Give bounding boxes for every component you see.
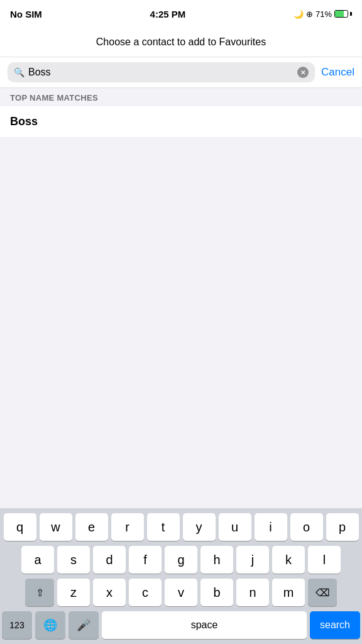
key-n[interactable]: n	[236, 579, 269, 606]
globe-key[interactable]: 🌐	[35, 611, 65, 639]
cancel-button[interactable]: Cancel	[321, 66, 354, 79]
key-r[interactable]: r	[111, 513, 144, 541]
key-w[interactable]: w	[40, 513, 72, 541]
search-input[interactable]	[28, 67, 293, 78]
key-v[interactable]: v	[165, 579, 197, 606]
status-bar: No SIM 4:25 PM 🌙 ⊕ 71%	[0, 0, 362, 28]
results-list: Boss	[0, 106, 362, 138]
wifi-icon: ⊕	[306, 9, 313, 19]
search-icon: 🔍	[14, 67, 25, 77]
carrier-label: No SIM	[10, 9, 42, 19]
key-a[interactable]: a	[21, 546, 54, 574]
keyboard-row-1: q w e r t y u i o p	[2, 513, 360, 541]
key-l[interactable]: l	[308, 546, 341, 574]
keyboard-bottom-row: 123 🌐 🎤 space search	[2, 611, 360, 639]
section-header: TOP NAME MATCHES	[0, 88, 362, 106]
key-x[interactable]: x	[93, 579, 126, 606]
clear-button[interactable]	[297, 67, 309, 78]
key-d[interactable]: d	[93, 546, 126, 574]
key-m[interactable]: m	[272, 579, 305, 606]
numbers-key[interactable]: 123	[2, 611, 32, 639]
contact-result-boss[interactable]: Boss	[0, 106, 362, 138]
key-t[interactable]: t	[147, 513, 180, 541]
time-label: 4:25 PM	[150, 9, 186, 19]
mic-key[interactable]: 🎤	[69, 611, 99, 639]
shift-key[interactable]: ⇧	[25, 579, 54, 606]
search-input-wrapper[interactable]: 🔍	[8, 62, 315, 82]
key-e[interactable]: e	[75, 513, 108, 541]
key-p[interactable]: p	[326, 513, 359, 541]
key-s[interactable]: s	[57, 546, 90, 574]
status-right: 🌙 ⊕ 71%	[293, 9, 352, 19]
keyboard-row-2: a s d f g h j k l	[2, 546, 360, 574]
key-u[interactable]: u	[219, 513, 251, 541]
dialog-title: Choose a contact to add to Favourites	[0, 28, 362, 57]
battery-icon	[334, 10, 352, 18]
key-b[interactable]: b	[200, 579, 233, 606]
keyboard-row-3: ⇧ z x c v b n m ⌫	[2, 579, 360, 606]
key-i[interactable]: i	[255, 513, 287, 541]
keyboard: q w e r t y u i o p a s d f g h j k l ⇧ …	[0, 508, 362, 644]
key-z[interactable]: z	[57, 579, 90, 606]
key-h[interactable]: h	[200, 546, 233, 574]
key-q[interactable]: q	[4, 513, 36, 541]
battery-percent: 71%	[315, 9, 332, 19]
search-key[interactable]: search	[310, 611, 360, 639]
space-key[interactable]: space	[102, 611, 307, 639]
key-c[interactable]: c	[129, 579, 162, 606]
key-f[interactable]: f	[129, 546, 162, 574]
key-j[interactable]: j	[236, 546, 269, 574]
moon-icon: 🌙	[293, 9, 304, 19]
search-bar-row: 🔍 Cancel	[0, 57, 362, 88]
key-o[interactable]: o	[290, 513, 323, 541]
key-k[interactable]: k	[272, 546, 305, 574]
key-g[interactable]: g	[165, 546, 197, 574]
empty-area	[0, 138, 362, 301]
delete-key[interactable]: ⌫	[308, 579, 337, 606]
key-y[interactable]: y	[183, 513, 216, 541]
